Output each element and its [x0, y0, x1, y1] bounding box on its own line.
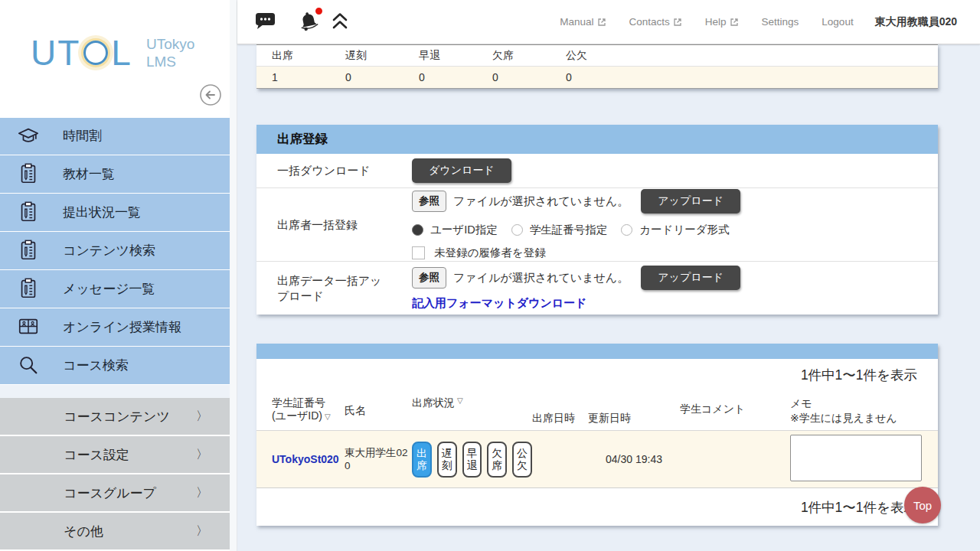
cell-attendance-status: 出席 遅刻 早退 欠席 公欠: [412, 431, 532, 487]
logout-link[interactable]: Logout: [822, 16, 853, 28]
status-button-early-leave[interactable]: 早退: [462, 442, 482, 478]
sidebar-item-label: 教材一覧: [63, 165, 115, 183]
sort-icon[interactable]: ▽: [457, 396, 463, 430]
radio-student-number[interactable]: [511, 224, 523, 236]
utol-logo-mark: U T L: [31, 32, 132, 73]
bulk-download-label: 一括ダウンロード: [256, 154, 412, 187]
bulk-download-row: 一括ダウンロード ダウンロード: [256, 154, 938, 188]
column-label: (ユーザID): [272, 409, 322, 422]
status-button-present[interactable]: 出席: [412, 442, 432, 478]
column-label: 出席状況: [412, 396, 455, 430]
column-label: 更新日時: [588, 412, 631, 430]
clipboard-icon: [17, 201, 40, 223]
utol-logo: U T L UTokyo LMS: [31, 32, 230, 73]
manual-link[interactable]: Manual: [560, 16, 606, 28]
radio-card-reader-label: カードリーダ形式: [639, 223, 729, 237]
column-attendance-status[interactable]: 出席状況 ▽: [412, 391, 532, 430]
sidebar-item-materials[interactable]: 教材一覧: [0, 155, 230, 194]
column-attended-at: 出席日時: [532, 391, 588, 430]
upload-button[interactable]: アップロード: [641, 266, 740, 290]
cell-student-id: UTokyoSt020: [272, 431, 345, 487]
browse-file-button[interactable]: 参照: [412, 267, 446, 289]
sidebar-header: U T L UTokyo LMS: [0, 0, 230, 117]
sidebar-divider: [0, 385, 230, 398]
clipboard-icon: [17, 277, 40, 300]
result-count: 1件中1〜1件を表示: [256, 359, 938, 391]
summary-value: 0: [403, 67, 477, 88]
student-id-link[interactable]: UTokyoSt020: [272, 453, 339, 465]
sort-icon[interactable]: ▽: [325, 412, 331, 421]
status-button-late[interactable]: 遅刻: [437, 442, 457, 478]
sidebar-item-timetable[interactable]: 時間割: [0, 117, 230, 155]
chevron-right-icon: 〉: [196, 485, 208, 501]
sidebar-item-course-search[interactable]: コース検索: [0, 347, 230, 385]
sidebar-item-messages[interactable]: メッセージ一覧: [0, 270, 230, 308]
manual-link-label: Manual: [560, 16, 593, 28]
sidebar-item-label: コンテンツ検索: [63, 242, 155, 259]
radio-user-id[interactable]: [412, 224, 423, 236]
radio-card-reader[interactable]: [621, 224, 632, 236]
column-name: 氏名: [345, 391, 412, 430]
logo-subtitle: UTokyo LMS: [146, 35, 194, 70]
scrollbar-track[interactable]: [230, 0, 237, 551]
table-header-row: 学生証番号 (ユーザID)▽ 氏名 出席状況 ▽ 出席日時: [256, 391, 938, 431]
sidebar-item-submissions[interactable]: 提出状況一覧: [0, 194, 230, 232]
sidebar-item-content-search[interactable]: コンテンツ検索: [0, 232, 230, 270]
clipboard-icon: [17, 162, 40, 185]
contacts-link[interactable]: Contacts: [629, 16, 682, 28]
cell-attended-at: [532, 431, 588, 487]
sidebar-collapse-button[interactable]: [199, 83, 222, 106]
status-button-excused[interactable]: 公欠: [512, 442, 532, 478]
chevron-right-icon: 〉: [196, 447, 208, 463]
column-updated-at: 更新日時: [588, 391, 680, 430]
cell-memo: [790, 431, 938, 487]
footer-result-count: 1件中1〜1件を表示: [256, 488, 938, 526]
online-class-grid-icon: [17, 315, 40, 338]
help-link-label: Help: [705, 16, 727, 28]
external-link-icon: [730, 18, 739, 27]
browse-file-button[interactable]: 参照: [412, 191, 446, 212]
sidebar-item-others[interactable]: その他 〉: [0, 513, 230, 551]
summary-value: 0: [477, 67, 550, 88]
collapse-header-button[interactable]: [331, 11, 349, 33]
messages-button[interactable]: [255, 11, 276, 32]
external-link-icon: [673, 18, 682, 27]
file-select-line: 参照 ファイルが選択されていません。 アップロード: [412, 266, 740, 290]
attendance-data-upload-row: 出席データ一括アップロード 参照 ファイルが選択されていません。 アップロード …: [256, 262, 938, 315]
bulk-download-controls: ダウンロード: [412, 154, 511, 187]
notifications-button[interactable]: [297, 9, 320, 34]
topbar-icons: [255, 9, 349, 34]
memo-textarea[interactable]: [790, 435, 922, 481]
sidebar-item-online-class[interactable]: オンライン授業情報: [0, 308, 230, 347]
scroll-to-top-button[interactable]: Top: [904, 487, 941, 523]
sidebar-item-course-settings[interactable]: コース設定 〉: [0, 436, 230, 474]
sidebar-item-label: コース検索: [63, 357, 129, 374]
summary-header: 遅刻: [330, 45, 403, 66]
sidebar-item-course-contents[interactable]: コースコンテンツ 〉: [0, 398, 230, 436]
logo-letter: L: [111, 32, 132, 73]
attendance-summary-table: 出席 遅刻 早退 欠席 公欠 1 0 0 0 0: [256, 44, 938, 89]
column-memo: メモ ※学生には見えません: [790, 391, 938, 430]
column-student-comment: 学生コメント: [680, 391, 790, 430]
status-button-absent[interactable]: 欠席: [487, 442, 507, 478]
download-button[interactable]: ダウンロード: [412, 158, 511, 183]
settings-link[interactable]: Settings: [762, 16, 799, 28]
upload-button[interactable]: アップロード: [641, 189, 740, 214]
column-label: 氏名: [345, 404, 366, 430]
sidebar-item-label: 提出状況一覧: [63, 204, 141, 221]
menu-item-label: コース設定: [64, 446, 129, 464]
summary-value: 1: [256, 67, 330, 88]
summary-header: 欠席: [477, 45, 550, 66]
column-label: 学生証番号: [272, 396, 331, 409]
summary-header: 出席: [256, 45, 330, 66]
register-unregistered-checkbox[interactable]: [412, 246, 425, 259]
column-note: ※学生には見えません: [790, 411, 897, 425]
column-student-id[interactable]: 学生証番号 (ユーザID)▽: [272, 391, 345, 430]
file-select-line: 参照 ファイルが選択されていません。 アップロード: [412, 189, 743, 214]
summary-value-row: 1 0 0 0 0: [256, 67, 938, 89]
page-content: 出席 遅刻 早退 欠席 公欠 1 0 0 0 0 出席登録: [237, 44, 980, 526]
format-download-link[interactable]: 記入用フォーマットダウンロード: [412, 296, 740, 311]
sidebar-item-label: 時間割: [63, 127, 102, 145]
sidebar-item-course-group[interactable]: コースグループ 〉: [0, 474, 230, 513]
help-link[interactable]: Help: [705, 16, 739, 28]
